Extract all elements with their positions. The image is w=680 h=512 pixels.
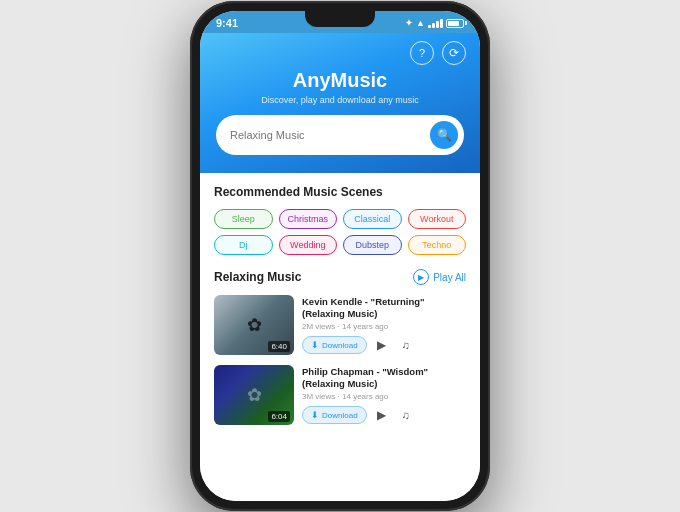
track-thumbnail-1: ✿ 6:40 [214,295,294,355]
track-info-1: Kevin Kendle - "Returning" (Relaxing Mus… [302,296,466,355]
play-button-1[interactable]: ▶ [373,336,391,354]
app-subtitle: Discover, play and download any music [214,95,466,105]
thumb-logo-2: ✿ [247,384,262,406]
thumb-logo-1: ✿ [247,314,262,336]
search-button[interactable]: 🔍 [430,121,458,149]
search-bar[interactable]: 🔍 [216,115,464,155]
download-button-1[interactable]: ⬇ Download [302,336,367,354]
track-item: ✿ 6:40 Kevin Kendle - "Returning" (Relax… [214,295,466,355]
tag-dj[interactable]: Dj [214,235,273,255]
download-arrow-icon-2: ⬇ [311,410,319,420]
track-name-1: Kevin Kendle - "Returning" (Relaxing Mus… [302,296,466,321]
refresh-icon: ⟳ [449,46,459,60]
track-duration-2: 6:04 [268,411,290,422]
app-header: ? ⟳ AnyMusic Discover, play and download… [200,33,480,173]
signal-bars [428,19,443,28]
track-item: ✿ 6:04 Philip Chapman - "Wisdom" (Relaxi… [214,365,466,425]
play-button-2[interactable]: ▶ [373,406,391,424]
question-mark-icon: ? [419,47,425,59]
tag-techno[interactable]: Techno [408,235,467,255]
header-top-icons: ? ⟳ [214,41,466,65]
tag-classical[interactable]: Classical [343,209,402,229]
track-meta-2: 3M views · 14 years ago [302,392,466,401]
download-button-2[interactable]: ⬇ Download [302,406,367,424]
search-icon: 🔍 [437,128,452,142]
history-icon-button[interactable]: ⟳ [442,41,466,65]
track-duration-1: 6:40 [268,341,290,352]
play-all-label: Play All [433,272,466,283]
tag-christmas[interactable]: Christmas [279,209,338,229]
phone-notch [305,11,375,27]
tag-sleep[interactable]: Sleep [214,209,273,229]
play-all-button[interactable]: ▶ Play All [413,269,466,285]
phone-screen: 9:41 ✦ ▲ ? [200,11,480,501]
tag-wedding[interactable]: Wedding [279,235,338,255]
queue-button-1[interactable]: ♫ [397,336,415,354]
battery-fill [448,21,459,26]
play-all-icon: ▶ [413,269,429,285]
music-list-title: Relaxing Music [214,270,301,284]
bluetooth-icon: ✦ [405,18,413,28]
download-label-1: Download [322,341,358,350]
status-icons: ✦ ▲ [405,18,464,28]
search-input[interactable] [230,129,430,141]
track-name-2: Philip Chapman - "Wisdom" (Relaxing Musi… [302,366,466,391]
download-arrow-icon-1: ⬇ [311,340,319,350]
battery-icon [446,19,464,28]
track-info-2: Philip Chapman - "Wisdom" (Relaxing Musi… [302,366,466,425]
track-actions-2: ⬇ Download ▶ ♫ [302,406,466,424]
app-title: AnyMusic [214,69,466,92]
track-thumbnail-2: ✿ 6:04 [214,365,294,425]
track-actions-1: ⬇ Download ▶ ♫ [302,336,466,354]
music-list-header: Relaxing Music ▶ Play All [214,269,466,285]
download-label-2: Download [322,411,358,420]
tag-dubstep[interactable]: Dubstep [343,235,402,255]
phone-frame: 9:41 ✦ ▲ ? [190,1,490,511]
main-content: Recommended Music Scenes Sleep Christmas… [200,173,480,501]
track-meta-1: 2M views · 14 years ago [302,322,466,331]
wifi-icon: ▲ [416,18,425,28]
queue-button-2[interactable]: ♫ [397,406,415,424]
tag-workout[interactable]: Workout [408,209,467,229]
scene-tags-grid: Sleep Christmas Classical Workout Dj Wed… [214,209,466,255]
status-time: 9:41 [216,17,238,29]
help-icon-button[interactable]: ? [410,41,434,65]
recommended-section-title: Recommended Music Scenes [214,185,466,199]
